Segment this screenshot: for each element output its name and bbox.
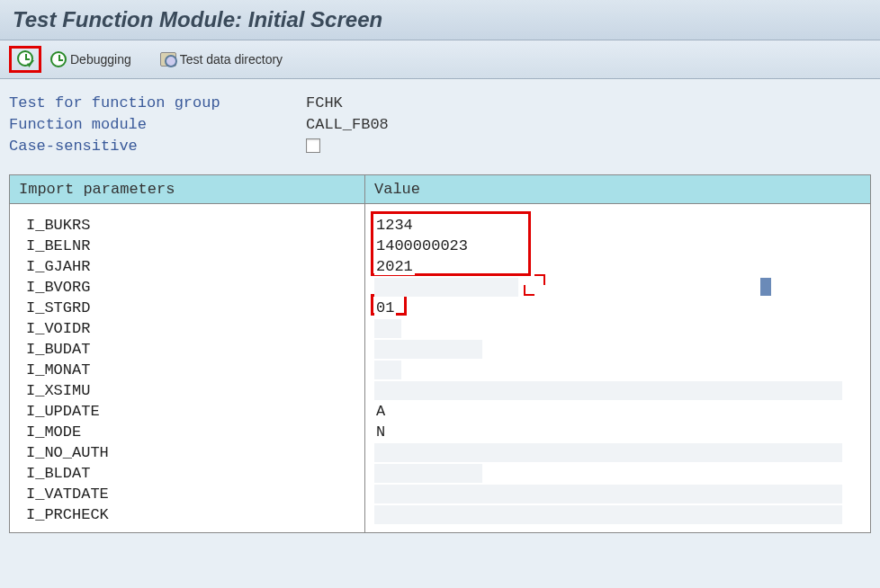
param-name: I_NO_AUTH (26, 444, 355, 461)
table-row: I_STGRD (26, 298, 355, 318)
param-value: A (374, 403, 387, 420)
table-row: I_BVORG (26, 277, 355, 298)
param-value-field[interactable]: 1400000023 (374, 236, 861, 256)
table-row: I_VATDATE (26, 484, 355, 504)
param-value-field[interactable]: A (374, 401, 861, 422)
empty-field-shade (374, 278, 518, 297)
table-row: I_BELNR (26, 236, 355, 256)
empty-field-shade (374, 381, 842, 400)
function-group-label: Test for function group (9, 94, 306, 111)
param-name: I_BLDAT (26, 465, 355, 482)
param-name: I_MODE (26, 423, 355, 441)
param-value: 1400000023 (374, 237, 470, 254)
param-value-field[interactable] (374, 442, 861, 463)
param-value-field[interactable]: 2021 (374, 256, 861, 277)
function-module-label: Function module (9, 116, 306, 133)
table-row (374, 318, 861, 339)
table-header: Import parameters Value (10, 175, 870, 204)
table-row: I_MODE (26, 422, 355, 442)
empty-field-shade (374, 340, 482, 359)
empty-field-shade (374, 319, 401, 338)
title-bar: Test Function Module: Initial Screen (0, 0, 880, 40)
page-title: Test Function Module: Initial Screen (13, 7, 867, 32)
param-value-field[interactable] (374, 318, 861, 339)
clock-check-icon (17, 50, 33, 67)
table-row: I_BUDAT (26, 339, 355, 360)
table-row: A (374, 401, 861, 422)
table-row (374, 484, 861, 504)
param-value-field[interactable] (374, 504, 861, 525)
table-row: 01 (374, 298, 861, 318)
table-row (374, 442, 861, 463)
param-value: 01 (374, 299, 396, 316)
table-row: I_PRCHECK (26, 504, 355, 525)
param-value-field[interactable] (374, 463, 861, 484)
empty-field-shade (374, 505, 842, 524)
parameters-table: Import parameters Value I_BUKRSI_BELNRI_… (9, 174, 871, 533)
toolbar: Debugging Test data directory (0, 40, 880, 79)
table-row (374, 504, 861, 525)
table-row (374, 463, 861, 484)
param-value: 1234 (374, 217, 415, 234)
test-data-directory-button[interactable]: Test data directory (157, 50, 286, 68)
case-sensitive-checkbox[interactable] (306, 138, 320, 153)
table-row: I_MONAT (26, 360, 355, 380)
table-row (374, 277, 861, 298)
names-column: I_BUKRSI_BELNRI_GJAHRI_BVORGI_STGRDI_VOI… (10, 204, 365, 532)
test-dir-label: Test data directory (180, 52, 283, 67)
table-row: I_BUKRS (26, 215, 355, 236)
table-row (374, 339, 861, 360)
param-name: I_XSIMU (26, 382, 355, 399)
debugging-button[interactable]: Debugging (47, 49, 135, 69)
param-name: I_BVORG (26, 279, 355, 296)
param-value-field[interactable] (374, 339, 861, 360)
param-name: I_PRCHECK (26, 506, 355, 523)
param-value-field[interactable]: 01 (374, 298, 861, 318)
param-name: I_BUKRS (26, 217, 355, 234)
table-row: I_BLDAT (26, 463, 355, 484)
table-row (374, 360, 861, 380)
empty-field-shade (374, 464, 482, 483)
table-row: 1400000023 (374, 236, 861, 256)
function-group-value: FCHK (306, 94, 343, 111)
param-name: I_STGRD (26, 299, 355, 316)
param-value-field[interactable] (374, 277, 861, 298)
param-value: N (374, 423, 387, 441)
param-value-field[interactable] (374, 484, 861, 504)
param-name: I_MONAT (26, 361, 355, 379)
empty-field-shade (374, 485, 842, 503)
table-row: 2021 (374, 256, 861, 277)
debugging-label: Debugging (70, 52, 131, 67)
table-row: I_XSIMU (26, 380, 355, 401)
table-row: I_UPDATE (26, 401, 355, 422)
param-value-field[interactable]: 1234 (374, 215, 861, 236)
table-row (374, 380, 861, 401)
header-import-params: Import parameters (10, 175, 365, 203)
highlight-execute (9, 46, 41, 73)
table-row: I_VOIDR (26, 318, 355, 339)
case-sensitive-label: Case-sensitive (9, 138, 306, 155)
folder-search-icon (160, 52, 176, 67)
param-value-field[interactable] (374, 360, 861, 380)
param-name: I_GJAHR (26, 258, 355, 275)
table-row: I_GJAHR (26, 256, 355, 277)
info-area: Test for function group FCHK Function mo… (0, 79, 880, 174)
param-value-field[interactable]: N (374, 422, 861, 442)
table-row: 1234 (374, 215, 861, 236)
execute-button[interactable] (13, 49, 37, 68)
function-module-value: CALL_FB08 (306, 116, 389, 133)
param-value: 2021 (374, 258, 415, 275)
param-name: I_VOIDR (26, 320, 355, 337)
param-name: I_BELNR (26, 237, 355, 254)
empty-field-shade (374, 361, 401, 379)
table-row: N (374, 422, 861, 442)
param-name: I_UPDATE (26, 403, 355, 420)
param-name: I_BUDAT (26, 341, 355, 358)
empty-field-shade (374, 443, 842, 462)
param-name: I_VATDATE (26, 486, 355, 503)
param-value-field[interactable] (374, 380, 861, 401)
clock-icon (50, 51, 67, 67)
table-row: I_NO_AUTH (26, 442, 355, 463)
header-value: Value (365, 175, 870, 203)
values-column: 12341400000023202101AN (365, 204, 870, 532)
